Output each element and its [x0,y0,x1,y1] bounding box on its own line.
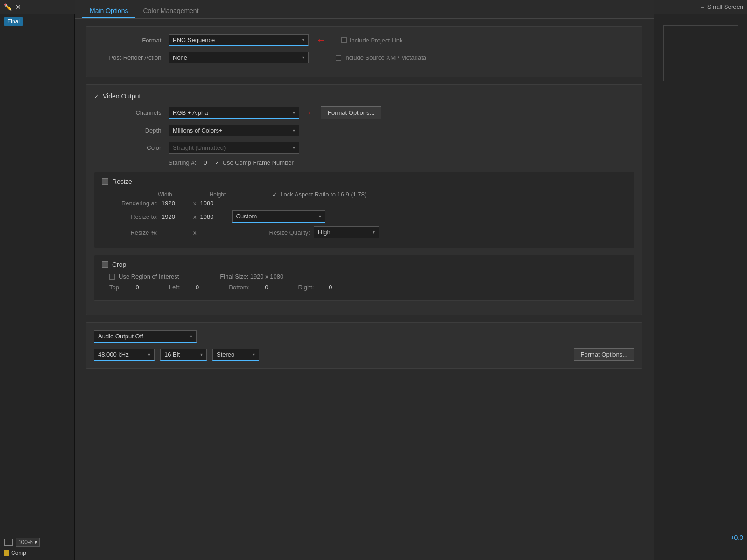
video-output-section: ✓ Video Output Channels: RGB + Alpha ▾ ←… [86,84,642,315]
x-separator-2: x [193,213,197,220]
right-sidebar: ≡ Small Screen +0.0 [654,0,747,560]
post-render-select[interactable]: None ▾ [169,52,309,63]
resize-checkbox[interactable] [102,178,108,185]
crop-values-row: Top: 0 Left: 0 Bottom: 0 Right: 0 [102,284,627,291]
left-value: 0 [196,284,199,291]
post-render-label: Post-Render Action: [94,54,169,61]
red-arrow-channels: ← [307,107,317,119]
format-section: Format: PNG Sequence ▾ ← Include Project… [86,26,642,77]
content-area: Format: PNG Sequence ▾ ← Include Project… [75,19,654,384]
chevron-down-icon: ▾ [35,539,37,546]
chevron-down-icon: ▾ [302,37,304,42]
hamburger-icon[interactable]: ≡ [701,3,705,10]
format-row: Format: PNG Sequence ▾ ← Include Project… [94,34,634,46]
bottom-label: Bottom: [229,284,250,291]
resize-to-height: 1080 [200,213,228,220]
use-roi-label: Use Region of Interest [119,273,179,280]
channels-control: RGB + Alpha ▾ ← Format Options... [169,106,381,119]
color-select[interactable]: Straight (Unmatted) ▾ [169,142,299,154]
chevron-down-icon: ▾ [293,128,295,133]
chevron-down-icon: ▾ [148,352,150,357]
resize-quality-select[interactable]: High ▾ [314,226,379,238]
depth-control: Millions of Colors+ ▾ [169,125,299,136]
top-value: 0 [136,284,139,291]
video-output-check[interactable]: ✓ [94,93,99,100]
right-top-bar: ≡ Small Screen [654,0,747,14]
comp-label: Comp [4,550,70,556]
resize-pct-row: Resize %: x Resize Quality: High ▾ [102,226,627,238]
include-project-link-checkbox[interactable] [341,37,347,43]
small-screen-label: Small Screen [707,3,743,10]
crop-section: Crop Use Region of Interest Final Size: … [94,255,634,301]
include-xmp-item: Include Source XMP Metadata [336,54,426,61]
zoom-control: 100% ▾ [4,538,70,547]
audio-khz-select[interactable]: 48.000 kHz ▾ [94,349,155,361]
right-value: 0 [329,284,332,291]
crop-checkbox[interactable] [102,261,108,268]
channels-row: Channels: RGB + Alpha ▾ ← Format Options… [94,106,634,119]
sidebar-tab-area: Final [4,18,74,25]
resize-pct-label: Resize %: [102,229,158,236]
x-separator-1: x [193,200,197,207]
resize-to-label: Resize to: [102,213,158,220]
include-xmp-label: Include Source XMP Metadata [344,54,426,61]
chevron-down-icon: ▾ [190,334,192,339]
color-label: Color: [94,144,169,151]
close-icon[interactable]: ✕ [15,3,21,11]
channels-label: Channels: [94,109,169,116]
audio-section: Audio Output Off ▾ 48.000 kHz ▾ 16 Bit ▾… [86,322,642,369]
tab-main-options[interactable]: Main Options [82,4,135,18]
resize-label: Resize [112,178,132,185]
depth-row: Depth: Millions of Colors+ ▾ [94,125,634,136]
use-roi-checkbox[interactable] [109,274,115,280]
final-tab[interactable]: Final [4,17,23,26]
pencil-icon[interactable]: ✏️ [4,3,12,11]
channels-select[interactable]: RGB + Alpha ▾ [169,107,299,119]
starting-num-value: 0 [204,159,207,166]
tab-color-management[interactable]: Color Management [135,4,206,18]
rendering-at-height: 1080 [200,200,228,207]
audio-output-select[interactable]: Audio Output Off ▾ [94,330,197,343]
include-xmp-checkbox[interactable] [336,55,341,61]
right-grid-area [654,21,747,85]
x-separator-3: x [193,229,197,236]
color-row: Color: Straight (Unmatted) ▾ [94,142,634,154]
include-options: Include Project Link [341,37,402,44]
video-output-header: ✓ Video Output [94,92,634,100]
resize-header: Resize [102,178,627,185]
zoom-dropdown[interactable]: 100% ▾ [16,538,40,547]
use-comp-frame-check[interactable]: ✓ [215,159,220,166]
final-size-label: Final Size: 1920 x 1080 [220,273,283,280]
height-col-header: Height [210,191,226,198]
rendering-at-width: 1920 [162,200,190,207]
audio-stereo-select[interactable]: Stereo ▾ [212,349,259,361]
right-label: Right: [298,284,314,291]
main-panel: Main Options Color Management Format: PN… [75,0,654,560]
use-comp-frame-row: ✓ Use Comp Frame Number [215,159,294,166]
format-control: PNG Sequence ▾ ← Include Project Link [169,34,402,46]
rendering-at-row: Rendering at: 1920 x 1080 [102,200,627,207]
resize-to-dropdown[interactable]: Custom ▾ [232,210,325,223]
top-label: Top: [109,284,121,291]
format-options-button[interactable]: Format Options... [321,106,381,119]
crop-roi-row: Use Region of Interest Final Size: 1920 … [102,273,627,280]
audio-output-row: Audio Output Off ▾ [94,330,634,343]
bottom-value: 0 [265,284,268,291]
red-arrow-format: ← [316,34,326,46]
include-project-link-label: Include Project Link [350,37,402,44]
chevron-down-icon: ▾ [373,230,375,235]
post-render-row: Post-Render Action: None ▾ Include Sourc… [94,52,634,63]
starting-num-label: Starting #: [169,159,196,166]
include-project-link-row: Include Project Link [341,37,402,44]
audio-format-options-button[interactable]: Format Options... [574,348,634,361]
audio-bit-select[interactable]: 16 Bit ▾ [160,349,207,361]
chevron-down-icon: ▾ [302,55,304,60]
width-col-header: Width [158,191,172,198]
audio-sub-controls: 48.000 kHz ▾ 16 Bit ▾ Stereo ▾ Format Op… [94,348,634,361]
depth-select[interactable]: Millions of Colors+ ▾ [169,125,299,136]
monitor-icon [4,539,13,546]
resize-quality-row: Resize Quality: High ▾ [269,226,379,238]
format-select[interactable]: PNG Sequence ▾ [169,34,309,46]
color-control: Straight (Unmatted) ▾ [169,142,299,154]
chevron-down-icon: ▾ [319,214,321,219]
